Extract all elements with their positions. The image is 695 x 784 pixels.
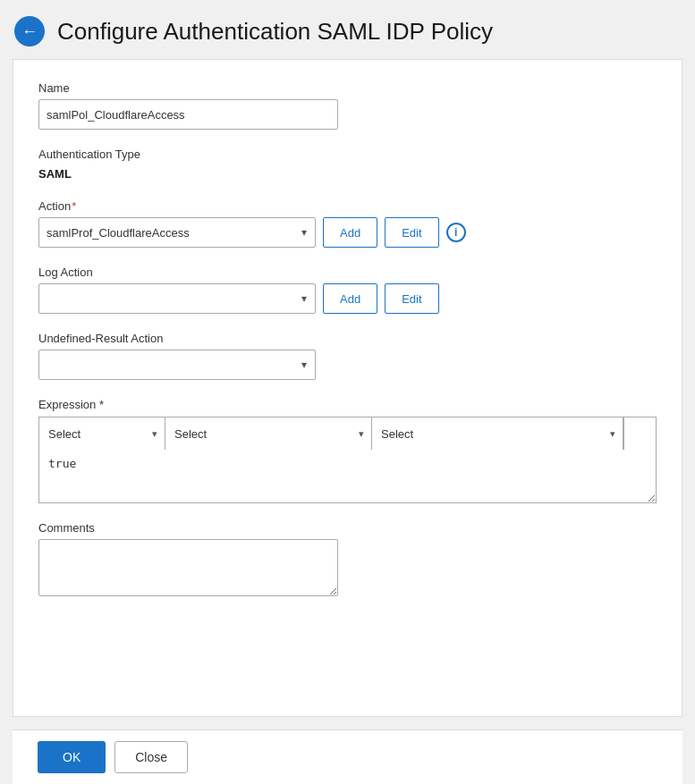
back-button[interactable]: ← [14,16,45,46]
undefined-result-label: Undefined-Result Action [38,332,657,345]
action-info-icon[interactable]: i [446,223,466,242]
page-title: Configure Authentication SAML IDP Policy [57,18,493,46]
main-card: Name Authentication Type SAML Action* sa… [13,59,682,717]
log-action-field: Log Action ▾ Add Edit [38,266,657,314]
name-label: Name [38,81,657,95]
expression-dropdowns-bar: Select ▾ Select ▾ Select ▾ [38,417,657,450]
ok-button[interactable]: OK [38,741,106,773]
log-action-edit-button[interactable]: Edit [385,283,438,314]
undefined-result-select[interactable] [38,350,316,380]
expression-select-1[interactable]: Select [39,417,165,450]
expr-select-1-wrapper: Select ▾ [39,417,165,450]
expression-select-2[interactable]: Select [165,417,371,450]
name-field: Name [38,81,657,130]
close-button[interactable]: Close [114,741,188,773]
expression-required-indicator: * [96,398,104,411]
log-action-select[interactable] [38,283,316,314]
expression-extra-cell [623,417,656,450]
action-dropdown-wrapper: samlProf_CloudflareAccess ▾ [38,217,316,248]
expression-textarea[interactable]: true [38,450,657,503]
expression-select-3[interactable]: Select [372,417,623,450]
auth-type-label: Authentication Type [38,148,657,161]
auth-type-value: SAML [38,167,72,181]
action-add-button[interactable]: Add [323,217,377,248]
action-label: Action* [38,199,657,213]
comments-textarea[interactable] [38,539,338,596]
log-action-label: Log Action [38,266,657,279]
log-action-dropdown-row: ▾ Add Edit [38,283,657,314]
expr-select-3-wrapper: Select ▾ [372,417,623,450]
back-arrow-icon: ← [21,23,38,39]
name-input[interactable] [38,99,338,130]
expr-select-2-wrapper: Select ▾ [165,417,372,450]
log-action-dropdown-wrapper: ▾ [38,283,316,314]
expression-section: Expression * Select ▾ Select ▾ [38,398,657,507]
action-edit-button[interactable]: Edit [385,217,438,248]
page-container: ← Configure Authentication SAML IDP Poli… [0,0,695,784]
log-action-add-button[interactable]: Add [323,283,377,314]
page-footer: OK Close [13,729,682,784]
comments-field: Comments [38,521,657,600]
action-field: Action* samlProf_CloudflareAccess ▾ Add … [38,199,657,248]
auth-type-row: Authentication Type SAML [38,148,657,181]
page-header: ← Configure Authentication SAML IDP Poli… [0,0,695,59]
undefined-result-dropdown-wrapper: ▾ [38,350,316,380]
expression-label: Expression * [38,398,657,411]
action-dropdown-row: samlProf_CloudflareAccess ▾ Add Edit i [38,217,657,248]
action-select[interactable]: samlProf_CloudflareAccess [38,217,316,248]
action-required-indicator: * [72,199,76,213]
undefined-result-field: Undefined-Result Action ▾ [38,332,657,380]
comments-label: Comments [38,521,657,535]
